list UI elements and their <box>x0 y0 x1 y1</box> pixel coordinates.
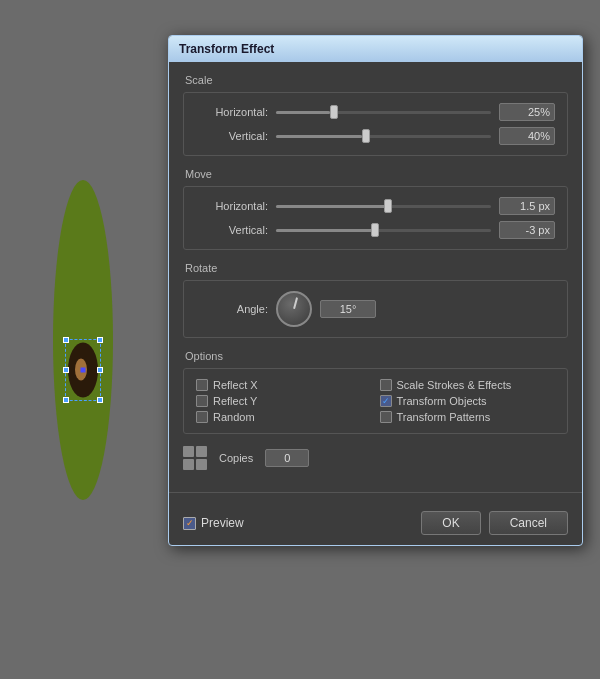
anchor-point-br <box>97 397 103 403</box>
scale-section: Scale Horizontal: Vertical: <box>183 74 568 156</box>
selection-box <box>65 339 101 401</box>
scale-border: Horizontal: Vertical: <box>183 92 568 156</box>
move-label: Move <box>183 168 568 180</box>
move-horizontal-label: Horizontal: <box>196 200 268 212</box>
angle-label: Angle: <box>196 303 268 315</box>
transform-effect-dialog: Transform Effect Scale Horizontal: Verti… <box>168 35 583 546</box>
grid-cell-4 <box>196 459 207 470</box>
scale-vertical-input[interactable] <box>499 127 555 145</box>
transform-objects-row[interactable]: ✓ Transform Objects <box>380 395 556 407</box>
dialog-body: Scale Horizontal: Vertical: <box>169 62 582 482</box>
move-border: Horizontal: Vertical: <box>183 186 568 250</box>
reflect-y-checkbox[interactable] <box>196 395 208 407</box>
anchor-point-mr <box>97 367 103 373</box>
scale-horizontal-row: Horizontal: <box>196 103 555 121</box>
scale-horizontal-fill <box>276 111 330 114</box>
scale-horizontal-thumb[interactable] <box>330 105 338 119</box>
anchor-point-tl <box>63 337 69 343</box>
move-horizontal-thumb[interactable] <box>384 199 392 213</box>
scale-vertical-slider[interactable] <box>276 135 491 138</box>
center-point <box>80 367 85 372</box>
rotate-section: Rotate Angle: <box>183 262 568 338</box>
reflect-x-label: Reflect X <box>213 379 258 391</box>
move-vertical-row: Vertical: <box>196 221 555 239</box>
reflect-y-label: Reflect Y <box>213 395 257 407</box>
options-section: Options Reflect X Scale Strokes & Effect… <box>183 350 568 434</box>
move-vertical-thumb[interactable] <box>371 223 379 237</box>
scale-strokes-label: Scale Strokes & Effects <box>397 379 512 391</box>
options-border: Reflect X Scale Strokes & Effects Reflec… <box>183 368 568 434</box>
move-horizontal-row: Horizontal: <box>196 197 555 215</box>
rotate-row: Angle: <box>196 291 555 327</box>
options-label: Options <box>183 350 568 362</box>
move-horizontal-slider[interactable] <box>276 205 491 208</box>
transform-patterns-row[interactable]: Transform Patterns <box>380 411 556 423</box>
grid-cell-1 <box>183 446 194 457</box>
leaf-shape <box>53 180 113 500</box>
angle-dial[interactable] <box>276 291 312 327</box>
scale-vertical-thumb[interactable] <box>362 129 370 143</box>
preview-checkbox[interactable]: ✓ <box>183 517 196 530</box>
move-vertical-fill <box>276 229 373 232</box>
reflect-y-row[interactable]: Reflect Y <box>196 395 372 407</box>
copies-label: Copies <box>219 452 253 464</box>
scale-vertical-label: Vertical: <box>196 130 268 142</box>
rotate-border: Angle: <box>183 280 568 338</box>
move-horizontal-fill <box>276 205 388 208</box>
scale-strokes-checkbox[interactable] <box>380 379 392 391</box>
scale-label: Scale <box>183 74 568 86</box>
transform-patterns-label: Transform Patterns <box>397 411 491 423</box>
cancel-button[interactable]: Cancel <box>489 511 568 535</box>
scale-strokes-row[interactable]: Scale Strokes & Effects <box>380 379 556 391</box>
random-row[interactable]: Random <box>196 411 372 423</box>
transform-objects-label: Transform Objects <box>397 395 487 407</box>
move-vertical-input[interactable] <box>499 221 555 239</box>
rotate-label: Rotate <box>183 262 568 274</box>
random-checkbox[interactable] <box>196 411 208 423</box>
reflect-x-row[interactable]: Reflect X <box>196 379 372 391</box>
move-horizontal-input[interactable] <box>499 197 555 215</box>
preview-row[interactable]: ✓ Preview <box>183 516 413 530</box>
scale-horizontal-label: Horizontal: <box>196 106 268 118</box>
grid-icon <box>183 446 207 470</box>
copies-area: Copies <box>183 446 568 470</box>
move-section: Move Horizontal: Vertical: <box>183 168 568 250</box>
ok-button[interactable]: OK <box>421 511 480 535</box>
anchor-point-tr <box>97 337 103 343</box>
angle-input[interactable] <box>320 300 376 318</box>
dialog-titlebar: Transform Effect <box>169 36 582 62</box>
divider <box>169 492 582 493</box>
dialog-title: Transform Effect <box>179 42 274 56</box>
move-vertical-slider[interactable] <box>276 229 491 232</box>
random-label: Random <box>213 411 255 423</box>
anchor-point-ml <box>63 367 69 373</box>
transform-patterns-checkbox[interactable] <box>380 411 392 423</box>
grid-cell-3 <box>183 459 194 470</box>
transform-objects-checkbox[interactable]: ✓ <box>380 395 392 407</box>
preview-label: Preview <box>201 516 244 530</box>
scale-vertical-fill <box>276 135 362 138</box>
scale-horizontal-input[interactable] <box>499 103 555 121</box>
canvas-area <box>0 0 165 679</box>
angle-needle <box>293 297 298 309</box>
grid-cell-2 <box>196 446 207 457</box>
scale-vertical-row: Vertical: <box>196 127 555 145</box>
scale-horizontal-slider[interactable] <box>276 111 491 114</box>
options-grid: Reflect X Scale Strokes & Effects Reflec… <box>196 379 555 423</box>
reflect-x-checkbox[interactable] <box>196 379 208 391</box>
bottom-bar: ✓ Preview OK Cancel <box>169 503 582 545</box>
anchor-point-bl <box>63 397 69 403</box>
copies-input[interactable] <box>265 449 309 467</box>
move-vertical-label: Vertical: <box>196 224 268 236</box>
